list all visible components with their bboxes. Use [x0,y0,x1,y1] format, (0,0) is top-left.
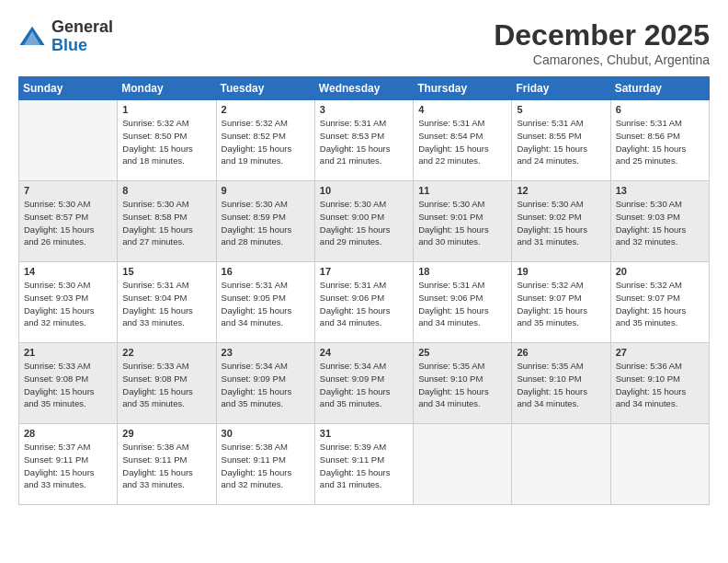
cell-content: Sunrise: 5:31 AM Sunset: 8:53 PM Dayligh… [320,117,408,167]
title-block: December 2025 Camarones, Chubut, Argenti… [494,18,710,67]
day-number: 7 [24,185,112,196]
calendar-cell: 7Sunrise: 5:30 AM Sunset: 8:57 PM Daylig… [19,181,118,262]
calendar-cell: 1Sunrise: 5:32 AM Sunset: 8:50 PM Daylig… [118,100,216,181]
month-year: December 2025 [494,18,710,52]
calendar-cell: 22Sunrise: 5:33 AM Sunset: 9:08 PM Dayli… [118,343,216,424]
day-number: 21 [24,347,112,358]
day-number: 30 [222,428,310,439]
calendar-cell: 31Sunrise: 5:39 AM Sunset: 9:11 PM Dayli… [314,424,413,505]
day-number: 2 [222,104,310,115]
cell-content: Sunrise: 5:32 AM Sunset: 9:07 PM Dayligh… [616,279,704,329]
calendar-cell [610,424,709,505]
cell-content: Sunrise: 5:30 AM Sunset: 9:03 PM Dayligh… [616,198,704,248]
day-number: 25 [418,347,506,358]
calendar-cell: 6Sunrise: 5:31 AM Sunset: 8:56 PM Daylig… [610,100,709,181]
calendar-cell: 19Sunrise: 5:32 AM Sunset: 9:07 PM Dayli… [512,262,610,343]
calendar-cell: 11Sunrise: 5:30 AM Sunset: 9:01 PM Dayli… [414,181,512,262]
day-number: 17 [320,266,408,277]
day-number: 11 [418,185,506,196]
cell-content: Sunrise: 5:31 AM Sunset: 9:06 PM Dayligh… [320,279,408,329]
day-number: 12 [517,185,605,196]
cell-content: Sunrise: 5:31 AM Sunset: 9:05 PM Dayligh… [222,279,310,329]
calendar-cell: 29Sunrise: 5:38 AM Sunset: 9:11 PM Dayli… [118,424,216,505]
week-row-4: 21Sunrise: 5:33 AM Sunset: 9:08 PM Dayli… [19,343,710,424]
logo-icon [18,23,46,51]
day-number: 31 [320,428,408,439]
calendar-cell: 14Sunrise: 5:30 AM Sunset: 9:03 PM Dayli… [19,262,118,343]
column-header-wednesday: Wednesday [314,77,413,100]
cell-content: Sunrise: 5:30 AM Sunset: 9:01 PM Dayligh… [418,198,506,248]
page-header: General Blue December 2025 Camarones, Ch… [18,18,710,67]
logo-blue: Blue [51,37,113,55]
cell-content: Sunrise: 5:34 AM Sunset: 9:09 PM Dayligh… [320,360,408,410]
column-header-thursday: Thursday [414,77,512,100]
calendar-cell: 27Sunrise: 5:36 AM Sunset: 9:10 PM Dayli… [610,343,709,424]
calendar-cell: 8Sunrise: 5:30 AM Sunset: 8:58 PM Daylig… [118,181,216,262]
day-number: 28 [24,428,112,439]
day-number: 8 [122,185,210,196]
day-number: 4 [418,104,506,115]
column-header-tuesday: Tuesday [216,77,314,100]
cell-content: Sunrise: 5:34 AM Sunset: 9:09 PM Dayligh… [222,360,310,410]
cell-content: Sunrise: 5:31 AM Sunset: 8:54 PM Dayligh… [418,117,506,167]
calendar-cell: 30Sunrise: 5:38 AM Sunset: 9:11 PM Dayli… [216,424,314,505]
calendar-cell: 9Sunrise: 5:30 AM Sunset: 8:59 PM Daylig… [216,181,314,262]
week-row-2: 7Sunrise: 5:30 AM Sunset: 8:57 PM Daylig… [19,181,710,262]
cell-content: Sunrise: 5:30 AM Sunset: 9:03 PM Dayligh… [24,279,112,329]
cell-content: Sunrise: 5:30 AM Sunset: 9:00 PM Dayligh… [320,198,408,248]
week-row-1: 1Sunrise: 5:32 AM Sunset: 8:50 PM Daylig… [19,100,710,181]
calendar-cell: 10Sunrise: 5:30 AM Sunset: 9:00 PM Dayli… [314,181,413,262]
cell-content: Sunrise: 5:30 AM Sunset: 9:02 PM Dayligh… [517,198,605,248]
location: Camarones, Chubut, Argentina [494,52,710,67]
calendar-cell: 18Sunrise: 5:31 AM Sunset: 9:06 PM Dayli… [414,262,512,343]
day-number: 13 [616,185,704,196]
calendar-cell: 13Sunrise: 5:30 AM Sunset: 9:03 PM Dayli… [610,181,709,262]
calendar-cell: 15Sunrise: 5:31 AM Sunset: 9:04 PM Dayli… [118,262,216,343]
calendar-cell: 16Sunrise: 5:31 AM Sunset: 9:05 PM Dayli… [216,262,314,343]
day-number: 3 [320,104,408,115]
day-number: 16 [222,266,310,277]
calendar-cell: 17Sunrise: 5:31 AM Sunset: 9:06 PM Dayli… [314,262,413,343]
calendar-cell: 20Sunrise: 5:32 AM Sunset: 9:07 PM Dayli… [610,262,709,343]
cell-content: Sunrise: 5:33 AM Sunset: 9:08 PM Dayligh… [122,360,210,410]
cell-content: Sunrise: 5:31 AM Sunset: 9:06 PM Dayligh… [418,279,506,329]
day-number: 15 [122,266,210,277]
calendar-cell: 5Sunrise: 5:31 AM Sunset: 8:55 PM Daylig… [512,100,610,181]
day-number: 24 [320,347,408,358]
cell-content: Sunrise: 5:31 AM Sunset: 8:56 PM Dayligh… [616,117,704,167]
week-row-5: 28Sunrise: 5:37 AM Sunset: 9:11 PM Dayli… [19,424,710,505]
cell-content: Sunrise: 5:36 AM Sunset: 9:10 PM Dayligh… [616,360,704,410]
cell-content: Sunrise: 5:30 AM Sunset: 8:59 PM Dayligh… [222,198,310,248]
logo-text: General Blue [51,18,113,55]
column-header-saturday: Saturday [610,77,709,100]
week-row-3: 14Sunrise: 5:30 AM Sunset: 9:03 PM Dayli… [19,262,710,343]
cell-content: Sunrise: 5:35 AM Sunset: 9:10 PM Dayligh… [517,360,605,410]
day-number: 10 [320,185,408,196]
cell-content: Sunrise: 5:32 AM Sunset: 8:52 PM Dayligh… [222,117,310,167]
day-number: 18 [418,266,506,277]
cell-content: Sunrise: 5:32 AM Sunset: 8:50 PM Dayligh… [122,117,210,167]
day-number: 29 [122,428,210,439]
day-number: 23 [222,347,310,358]
day-number: 20 [616,266,704,277]
calendar-cell: 4Sunrise: 5:31 AM Sunset: 8:54 PM Daylig… [414,100,512,181]
calendar-cell [512,424,610,505]
calendar-cell: 28Sunrise: 5:37 AM Sunset: 9:11 PM Dayli… [19,424,118,505]
cell-content: Sunrise: 5:30 AM Sunset: 8:57 PM Dayligh… [24,198,112,248]
calendar-cell: 24Sunrise: 5:34 AM Sunset: 9:09 PM Dayli… [314,343,413,424]
day-number: 1 [122,104,210,115]
calendar-table: SundayMondayTuesdayWednesdayThursdayFrid… [18,76,710,505]
day-number: 22 [122,347,210,358]
cell-content: Sunrise: 5:31 AM Sunset: 8:55 PM Dayligh… [517,117,605,167]
calendar-cell: 3Sunrise: 5:31 AM Sunset: 8:53 PM Daylig… [314,100,413,181]
cell-content: Sunrise: 5:35 AM Sunset: 9:10 PM Dayligh… [418,360,506,410]
calendar-cell [19,100,118,181]
header-row: SundayMondayTuesdayWednesdayThursdayFrid… [19,77,710,100]
cell-content: Sunrise: 5:38 AM Sunset: 9:11 PM Dayligh… [122,441,210,491]
logo: General Blue [18,18,113,55]
cell-content: Sunrise: 5:38 AM Sunset: 9:11 PM Dayligh… [222,441,310,491]
cell-content: Sunrise: 5:31 AM Sunset: 9:04 PM Dayligh… [122,279,210,329]
cell-content: Sunrise: 5:37 AM Sunset: 9:11 PM Dayligh… [24,441,112,491]
column-header-friday: Friday [512,77,610,100]
calendar-cell: 21Sunrise: 5:33 AM Sunset: 9:08 PM Dayli… [19,343,118,424]
